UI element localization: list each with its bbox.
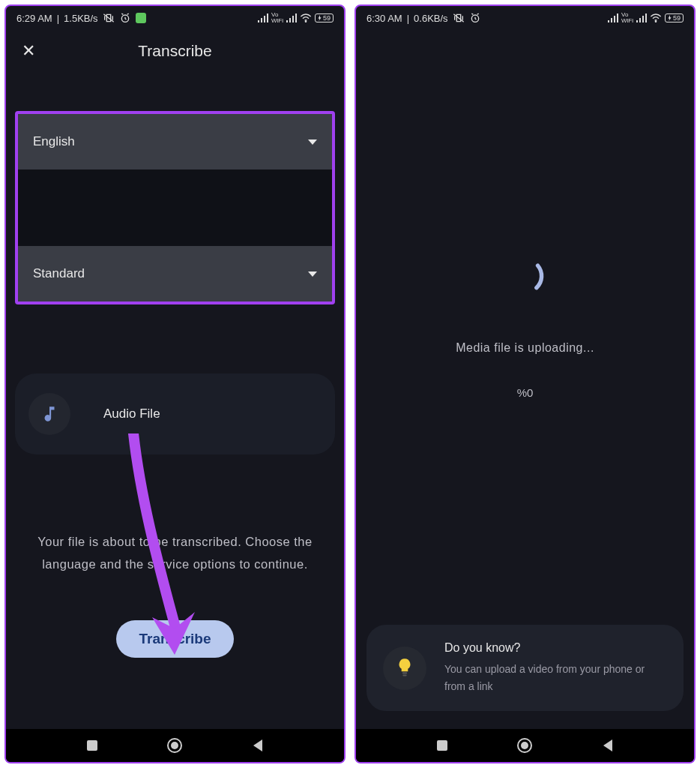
svg-point-1 [305,21,306,22]
upload-percent: %0 [517,386,534,399]
svg-point-7 [505,256,546,296]
signal-icon-2 [636,14,647,22]
alarm-icon [119,12,131,24]
language-select[interactable]: English [18,114,332,170]
svg-rect-2 [87,740,97,751]
music-note-icon [28,393,70,435]
file-card[interactable]: Audio File [15,374,335,454]
upload-status-text: Media file is uploading... [456,341,594,355]
vowifi-icon: VoWiFi [271,12,283,24]
chevron-down-icon [308,272,317,277]
page-title: Transcribe [6,42,344,60]
signal-icon [258,14,268,22]
helper-text: Your file is about to be transcribed. Ch… [15,531,335,575]
statusbar: 6:29 AM | 1.5KB/s VoWiFi [6,6,344,30]
svg-rect-8 [402,672,407,674]
svg-point-12 [521,742,528,749]
svg-point-6 [655,21,656,22]
status-time: 6:29 AM [16,13,52,24]
nav-recent-icon[interactable] [82,736,102,755]
signal-icon-2 [286,14,297,22]
vowifi-icon: VoWiFi [621,12,633,24]
nav-bar [6,729,344,762]
options-highlight: English Standard [15,111,335,304]
svg-point-4 [171,742,178,749]
nav-home-icon[interactable] [515,736,534,755]
tip-card: Do you know? You can upload a video from… [366,625,684,711]
battery-icon: 59 [315,14,334,22]
battery-icon: 59 [665,14,684,22]
svg-rect-9 [402,674,406,676]
nav-recent-icon[interactable] [432,736,452,755]
svg-rect-10 [437,740,447,751]
statusbar: 6:30 AM | 0.6KB/s VoWiFi [356,6,694,30]
app-indicator-icon [136,13,146,23]
transcribe-button[interactable]: Transcribe [116,620,233,658]
status-net: 1.5KB/s [64,13,98,24]
status-time: 6:30 AM [366,13,402,24]
signal-icon [608,14,618,22]
close-icon[interactable]: ✕ [19,41,37,61]
alarm-icon [469,12,481,24]
file-label: Audio File [103,406,160,422]
spinner-icon [505,256,546,296]
lightbulb-icon [383,646,426,690]
mode-select[interactable]: Standard [18,246,332,302]
appbar: ✕ Transcribe [6,30,344,72]
chevron-down-icon [308,140,317,145]
mode-value: Standard [33,266,85,281]
vibrate-icon [453,12,465,24]
tip-body: You can upload a video from your phone o… [444,661,667,694]
nav-bar [356,729,694,762]
nav-back-icon[interactable] [248,736,268,755]
language-value: English [33,134,75,149]
phone-left: 6:29 AM | 1.5KB/s VoWiFi [4,4,346,764]
nav-home-icon[interactable] [165,736,184,755]
phone-right: 6:30 AM | 0.6KB/s VoWiFi [354,4,696,764]
wifi-icon [300,14,312,22]
status-net: 0.6KB/s [414,13,448,24]
wifi-icon [650,14,662,22]
tip-title: Do you know? [444,641,667,655]
vibrate-icon [103,12,115,24]
upload-area: Media file is uploading... %0 [356,30,694,625]
nav-back-icon[interactable] [598,736,618,755]
